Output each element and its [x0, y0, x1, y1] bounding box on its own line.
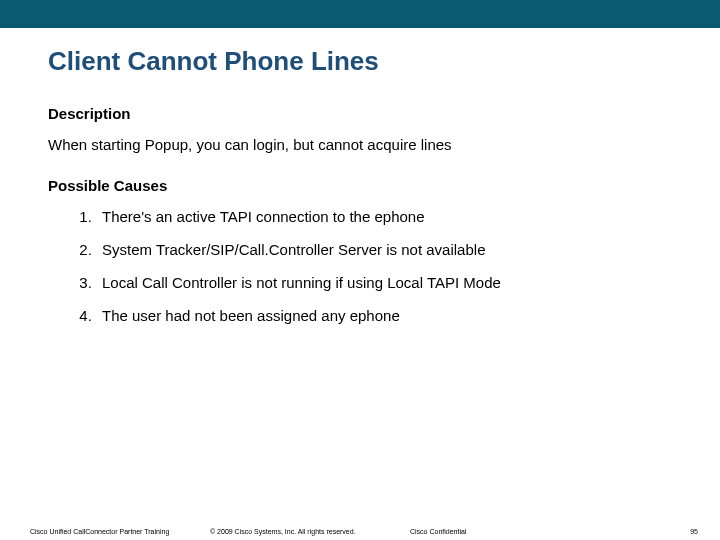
- description-heading: Description: [48, 105, 672, 122]
- top-accent-bar: [0, 0, 720, 28]
- footer-training-label: Cisco Unified CallConnector Partner Trai…: [30, 528, 169, 535]
- list-item: System Tracker/SIP/Call.Controller Serve…: [96, 241, 672, 258]
- list-item: There's an active TAPI connection to the…: [96, 208, 672, 225]
- description-text: When starting Popup, you can login, but …: [48, 136, 672, 153]
- footer-confidential: Cisco Confidential: [410, 528, 466, 535]
- list-item: Local Call Controller is not running if …: [96, 274, 672, 291]
- footer-page-number: 95: [690, 528, 698, 535]
- causes-heading: Possible Causes: [48, 177, 672, 194]
- causes-list: There's an active TAPI connection to the…: [48, 208, 672, 324]
- list-item: The user had not been assigned any ephon…: [96, 307, 672, 324]
- footer-copyright: © 2009 Cisco Systems, Inc. All rights re…: [210, 528, 356, 535]
- slide-title: Client Cannot Phone Lines: [48, 46, 672, 77]
- slide-body: Client Cannot Phone Lines Description Wh…: [0, 28, 720, 324]
